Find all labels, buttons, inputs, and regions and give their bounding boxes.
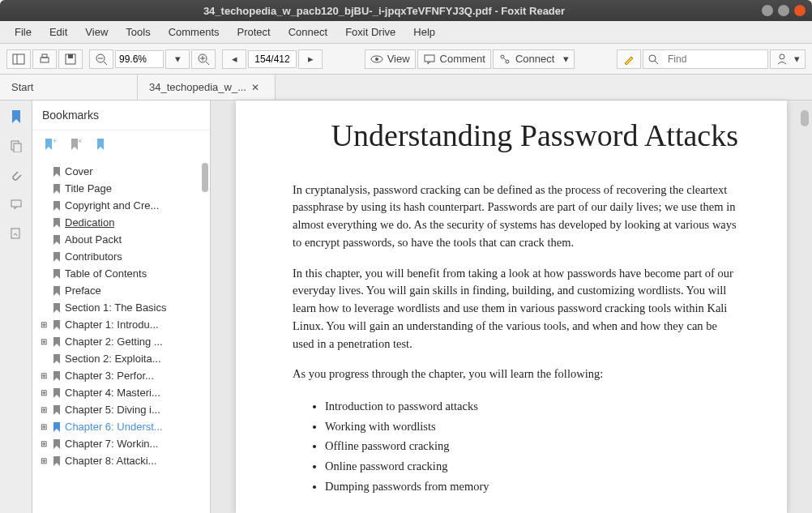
- attachments-rail-icon[interactable]: [8, 167, 24, 183]
- expand-icon[interactable]: ⊞: [39, 456, 49, 465]
- print-button[interactable]: [32, 49, 57, 69]
- maximize-button[interactable]: [778, 5, 789, 16]
- bookmark-item[interactable]: ⊞Chapter 1: Introdu...: [36, 316, 210, 333]
- svg-rect-3: [42, 54, 47, 58]
- menu-protect[interactable]: Protect: [229, 23, 279, 41]
- menu-connect[interactable]: Connect: [280, 23, 335, 41]
- bookmark-label: Title Page: [65, 182, 112, 195]
- menu-comments[interactable]: Comments: [160, 23, 228, 41]
- window-controls: [762, 5, 806, 16]
- doc-bullet-item: Dumping passwords from memory: [325, 477, 738, 497]
- bookmark-item[interactable]: Preface: [36, 282, 210, 299]
- bookmark-item[interactable]: Section 2: Exploita...: [36, 350, 210, 367]
- bookmark-icon: [52, 319, 62, 331]
- delete-bookmark-icon[interactable]: ×: [68, 137, 83, 152]
- view-mode-button[interactable]: View: [365, 49, 416, 69]
- expand-icon[interactable]: ⊞: [39, 371, 49, 380]
- zoom-out-button[interactable]: [89, 49, 113, 69]
- menu-foxitdrive[interactable]: Foxit Drive: [337, 23, 404, 41]
- comments-rail-icon[interactable]: [8, 196, 24, 212]
- bookmark-icon: [52, 370, 62, 382]
- bookmark-item[interactable]: ⊞Chapter 7: Workin...: [36, 435, 210, 452]
- save-button[interactable]: [58, 49, 83, 69]
- bookmark-item[interactable]: ⊞Chapter 3: Perfor...: [36, 367, 210, 384]
- tab-strip: Start 34_techopedia_w_...✕: [0, 75, 812, 100]
- right-tools-group: ▾: [617, 49, 806, 69]
- signatures-rail-icon[interactable]: [8, 225, 24, 242]
- menu-edit[interactable]: Edit: [41, 23, 75, 41]
- bookmark-item[interactable]: Dedication: [36, 214, 210, 231]
- bookmark-label: Contributors: [65, 250, 122, 263]
- svg-rect-5: [68, 54, 73, 58]
- page-nav-group: ◂ ▸: [222, 49, 323, 69]
- tab-close-icon[interactable]: ✕: [251, 82, 259, 93]
- sidebar-toggle-button[interactable]: [6, 49, 31, 69]
- bookmarks-tree[interactable]: CoverTitle PageCopyright and Cre...Dedic…: [32, 158, 210, 513]
- bookmark-item[interactable]: ⊞Chapter 6: Underst...: [36, 418, 210, 435]
- comment-mode-button[interactable]: Comment: [417, 49, 491, 69]
- document-scrollbar[interactable]: [801, 107, 809, 507]
- view-mode-label: View: [387, 53, 410, 65]
- menu-view[interactable]: View: [77, 23, 116, 41]
- tab-document[interactable]: 34_techopedia_w_...✕: [138, 75, 276, 100]
- bookmark-item[interactable]: Copyright and Cre...: [36, 197, 210, 214]
- bookmarks-scrollbar[interactable]: [202, 163, 208, 293]
- svg-text:+: +: [53, 137, 57, 145]
- search-icon[interactable]: [643, 49, 663, 69]
- user-menu-button[interactable]: ▾: [770, 49, 806, 69]
- connect-mode-button[interactable]: Connect▾: [493, 49, 575, 69]
- expand-icon[interactable]: ⊞: [39, 320, 49, 329]
- find-input[interactable]: [663, 49, 768, 69]
- svg-line-18: [503, 58, 506, 60]
- connect-mode-label: Connect: [515, 53, 554, 65]
- expand-icon[interactable]: ⊞: [39, 422, 49, 431]
- expand-icon[interactable]: ⊞: [39, 439, 49, 448]
- bookmark-icon: [52, 217, 62, 229]
- bookmark-item[interactable]: Title Page: [36, 180, 210, 197]
- pages-rail-icon[interactable]: [8, 138, 24, 154]
- bookmarks-panel-title: Bookmarks: [32, 100, 210, 130]
- zoom-input[interactable]: [115, 50, 164, 68]
- menu-tools[interactable]: Tools: [118, 23, 158, 41]
- zoom-in-button[interactable]: [191, 49, 216, 69]
- prev-page-button[interactable]: ◂: [222, 49, 246, 69]
- bookmark-item[interactable]: Table of Contents: [36, 265, 210, 282]
- bookmark-label: Chapter 1: Introdu...: [65, 318, 159, 331]
- comment-mode-label: Comment: [440, 53, 485, 65]
- bookmark-label: Copyright and Cre...: [65, 199, 159, 212]
- bookmark-item[interactable]: Contributors: [36, 248, 210, 265]
- expand-icon[interactable]: ⊞: [39, 337, 49, 346]
- svg-line-12: [206, 62, 209, 65]
- bookmark-icon: [52, 183, 62, 195]
- bookmark-icon: [52, 438, 62, 450]
- bookmark-item[interactable]: ⊞Chapter 4: Masteri...: [36, 384, 210, 401]
- bookmark-item[interactable]: Cover: [36, 163, 210, 180]
- bookmark-label: Section 2: Exploita...: [65, 353, 161, 365]
- minimize-button[interactable]: [762, 5, 773, 16]
- bookmark-item[interactable]: ⊞Chapter 8: Attacki...: [36, 452, 210, 469]
- bookmarks-rail-icon[interactable]: [8, 109, 24, 125]
- doc-para-1: In cryptanalysis, password cracking can …: [293, 182, 738, 252]
- zoom-dropdown[interactable]: ▾: [165, 49, 190, 69]
- bookmark-item[interactable]: Section 1: The Basics: [36, 299, 210, 316]
- document-viewport[interactable]: Understanding Password Attacks In crypta…: [211, 100, 812, 513]
- bookmark-icon: [52, 421, 62, 433]
- bookmark-item[interactable]: ⊞Chapter 5: Diving i...: [36, 401, 210, 418]
- close-button[interactable]: [794, 5, 806, 16]
- bookmark-item[interactable]: ⊞Chapter 2: Getting ...: [36, 333, 210, 350]
- menu-help[interactable]: Help: [405, 23, 443, 41]
- doc-bullet-item: Working with wordlists: [325, 417, 738, 437]
- next-page-button[interactable]: ▸: [298, 49, 323, 69]
- expand-icon[interactable]: ⊞: [39, 388, 49, 397]
- menu-file[interactable]: File: [6, 23, 40, 41]
- add-bookmark-icon[interactable]: +: [42, 137, 57, 152]
- sidebar-rail: [0, 100, 32, 513]
- comment-icon: [423, 53, 436, 66]
- highlight-button[interactable]: [617, 49, 641, 69]
- page-input[interactable]: [248, 50, 297, 68]
- bookmark-item[interactable]: About Packt: [36, 231, 210, 248]
- tab-start[interactable]: Start: [0, 75, 138, 100]
- expand-bookmarks-icon[interactable]: [94, 137, 109, 152]
- expand-icon[interactable]: ⊞: [39, 405, 49, 414]
- doc-para-2: In this chapter, you will benefit from t…: [293, 265, 738, 353]
